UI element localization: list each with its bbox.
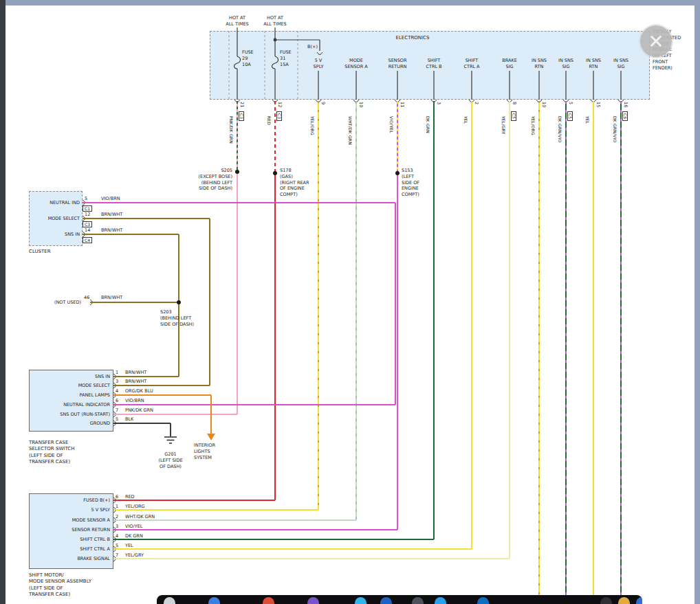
app-icon-7[interactable] [477, 597, 489, 604]
wire-blk-ground [113, 423, 171, 436]
pin-number: 21 [239, 102, 245, 107]
terminal-label: IN SNS SIG [602, 58, 639, 70]
connector-label: C6 [622, 111, 628, 121]
pin-number: 5 [116, 416, 118, 423]
motor-pin-name: SHIFT CTRL B [30, 537, 110, 543]
connector-label: C1 [83, 205, 92, 212]
wire-color-label: BRN/WHT [101, 212, 122, 218]
wire-color-label: DK GRN/VIO [558, 116, 562, 142]
pin-number: 9 [320, 102, 326, 104]
hot-at-all-times-label-1: HOT AT ALL TIMES [222, 15, 252, 27]
interior-lights-arrow [207, 434, 215, 440]
wire-color-label: YEL/ORG [531, 116, 536, 135]
pin-number: 15 [595, 102, 601, 107]
motor-pin-name: SENSOR RETURN [30, 527, 110, 533]
wire-color-label: BRN/WHT [125, 379, 146, 385]
pin-number: 12 [277, 102, 283, 107]
switch-pin-name: NEUTRAL INDICATOR [30, 402, 110, 408]
switch-pin-name: PANEL LAMPS [30, 392, 110, 399]
pin-number: 7 [116, 407, 118, 414]
wire-color-label: YEL/ORG [125, 504, 145, 510]
wire-color-label: PNK/DK GRN [229, 116, 234, 144]
pin-number: 11 [400, 102, 405, 107]
wire-color-label: BRN/WHT [101, 227, 122, 234]
fuse-29-label: FUSE 29 10A [242, 49, 263, 67]
motor-pin-name: 5 V SPLY [30, 507, 110, 513]
pin-number: 46 [84, 295, 89, 301]
splice-label-s178: S178 (GAS) (RIGHT REAR OF ENGINE COMPT) [280, 168, 332, 198]
pin-number: 10 [541, 102, 547, 107]
wire-color-label: RED [125, 494, 135, 500]
ground-label-g201: G201 (LEFT SIDE OF DASH) [150, 451, 191, 469]
pin-number: 3 [116, 524, 118, 530]
switch-pin-name: GROUND [30, 421, 110, 427]
window-frame-top [0, 0, 700, 5]
wire-red [113, 101, 275, 500]
connector-label: C3 [83, 221, 92, 227]
taskbar[interactable] [157, 595, 642, 604]
wire-color-label: VIO/YEL [389, 116, 394, 133]
browser-icon[interactable] [263, 597, 274, 604]
splice-label-s203: S203 (BEHIND LEFT SIDE OF DASH) [160, 309, 212, 327]
wire-color-label: VIO/YEL [125, 524, 142, 530]
terminal-label: 5 V SPLY [300, 58, 337, 70]
app-icon-1[interactable] [208, 597, 220, 604]
pin-number: 8 [512, 102, 517, 104]
wire-in-sns [539, 101, 621, 595]
app-icon-9[interactable] [636, 597, 642, 604]
app-icon-2[interactable] [307, 597, 319, 604]
app-icon-4[interactable] [380, 597, 392, 604]
wire-color-label: PNK/DK GRN [125, 407, 153, 414]
switch-pin-name: MODE SELECT [30, 383, 110, 389]
pin-number: 3 [116, 379, 118, 385]
wiring-diagram-viewer: HOT AT ALL TIMES HOT AT ALL TIMES ELECTR… [0, 0, 700, 604]
pin-number: 5 [116, 543, 118, 549]
pin-number: 12 [85, 212, 90, 218]
window-frame-right [694, 0, 700, 604]
pin-number: 14 [85, 227, 90, 234]
pin-number: 1 [116, 504, 118, 510]
wire-color-label: DK GRN [426, 116, 430, 133]
connector-label: C5 [511, 111, 516, 121]
wire-brn-wht [83, 219, 210, 385]
wire-color-label: YEL [463, 116, 468, 124]
cluster-pin-name: SNS IN [30, 232, 80, 238]
connector-label: C4 [83, 237, 92, 243]
wire-color-label: RED [267, 116, 272, 125]
terminal-label: SHIFT CTRL A [453, 58, 490, 70]
motor-pin-name: SHIFT CTRL A [30, 546, 110, 552]
pin-number: 3 [436, 102, 441, 104]
wire-color-label: BRN/WHT [101, 295, 122, 301]
app-icon-3[interactable] [355, 597, 367, 604]
cluster-label: CLUSTER [29, 249, 51, 255]
switch-pin-name: SNS OUT (RUN-START) [30, 412, 110, 418]
wire-color-label: WHT/DK GRN [125, 514, 155, 520]
wire-color-label: YEL [125, 543, 133, 549]
motor-pin-name: BRAKE SIGNAL [30, 556, 110, 562]
files-icon[interactable] [618, 597, 630, 604]
close-button[interactable]: ✕ [640, 25, 672, 57]
motor-pin-name: FUSED B(+) [30, 497, 110, 504]
module-title: ELECTRONICS [371, 35, 454, 41]
interior-lights-label: INTERIOR LIGHTS SYSTEM [194, 443, 235, 460]
pin-number: 7 [116, 552, 118, 559]
wire-color-label: DK GRN/VIO [613, 116, 617, 142]
app-icon-5[interactable] [412, 597, 424, 604]
app-icon-6[interactable] [435, 597, 446, 604]
pin-number: 2 [474, 102, 479, 104]
app-icon-8[interactable] [600, 597, 612, 604]
pin-number: 5 [85, 196, 87, 202]
wire-color-label: VIO/BRN [101, 196, 120, 202]
cluster-pin-name: MODE SELECT [30, 216, 80, 222]
wiring-svg [0, 0, 700, 604]
pin-number: 1 [116, 370, 118, 376]
bplus-label: B(+) [307, 44, 325, 50]
wire-color-label: ORG/DK BLU [125, 388, 153, 394]
search-icon[interactable] [164, 597, 175, 604]
cluster-pin-name: NEUTRAL IND [30, 200, 80, 206]
splice-label-s153: S153 (LEFT SIDE OF ENGINE COMPT) [402, 168, 446, 198]
wire-color-label: VIO/BRN [125, 398, 144, 404]
connector-brackets [83, 52, 624, 561]
bplus-junction-dot [274, 38, 277, 42]
close-icon: ✕ [648, 30, 664, 53]
